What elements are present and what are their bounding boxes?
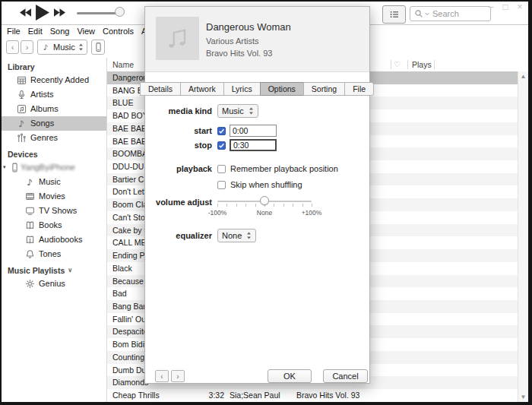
search-field[interactable] bbox=[410, 6, 491, 21]
stepper-carets-icon bbox=[249, 107, 254, 115]
menu-item[interactable]: Controls bbox=[103, 27, 134, 36]
column-header-plays[interactable]: Plays bbox=[412, 60, 432, 69]
media-kind-label: media kind bbox=[145, 106, 212, 115]
skip-shuffle-checkbox[interactable] bbox=[217, 181, 226, 189]
close-button[interactable]: × bbox=[516, 2, 524, 12]
fast-forward-button[interactable] bbox=[54, 8, 65, 17]
column-header-name[interactable]: Name bbox=[112, 60, 134, 69]
dialog-tab[interactable]: Lyrics bbox=[223, 82, 261, 96]
album-art-placeholder bbox=[156, 17, 199, 60]
song-name-cell: Despacito bbox=[112, 327, 148, 336]
genius-icon bbox=[25, 279, 35, 289]
sidebar-item[interactable]: Genres bbox=[2, 131, 106, 145]
phone-icon bbox=[10, 163, 20, 172]
volume-adjust-slider[interactable] bbox=[217, 197, 312, 207]
start-row: start bbox=[145, 125, 369, 137]
search-caret-icon bbox=[425, 12, 429, 16]
sidebar-item[interactable]: ▾ YangByiPhone bbox=[2, 160, 106, 175]
slider-thumb[interactable] bbox=[260, 196, 269, 205]
sidebar-item[interactable]: Albums bbox=[2, 102, 106, 116]
music-note-icon bbox=[164, 25, 192, 52]
sidebar-section-devices: Devices bbox=[2, 147, 106, 160]
forward-button[interactable]: › bbox=[21, 40, 33, 54]
volume-min-label: -100% bbox=[208, 209, 227, 217]
menu-item[interactable]: File bbox=[7, 27, 21, 36]
table-row[interactable]: Cheap Thrills 3:32 Sia;Sean Paul Bravo H… bbox=[107, 389, 518, 402]
scrollbar[interactable]: ▲ ▼ bbox=[518, 71, 528, 402]
minimize-button[interactable]: – bbox=[487, 2, 495, 12]
rewind-button[interactable] bbox=[20, 8, 31, 17]
media-kind-dropdown[interactable]: Music bbox=[217, 104, 258, 118]
volume-slider[interactable] bbox=[77, 6, 130, 20]
sidebar-item[interactable]: Tones bbox=[2, 247, 106, 261]
menu-item[interactable]: Edit bbox=[28, 27, 43, 36]
sidebar-playlist-items: Genius bbox=[2, 277, 106, 291]
song-name-cell: BAE BAE bbox=[112, 124, 147, 133]
disclosure-icon[interactable]: ▾ bbox=[3, 164, 6, 170]
tones-icon bbox=[25, 249, 35, 259]
sidebar-item[interactable]: TV Shows bbox=[2, 204, 106, 218]
equalizer-dropdown[interactable]: None bbox=[217, 229, 256, 242]
volume-scale-labels: -100% None +100% bbox=[217, 209, 312, 217]
albums-icon bbox=[17, 104, 27, 114]
sidebar-item-label: YangByiPhone bbox=[21, 163, 75, 172]
ok-button[interactable]: OK bbox=[268, 369, 312, 383]
sidebar-item[interactable]: Genius bbox=[2, 277, 106, 291]
volume-slider-thumb[interactable] bbox=[115, 7, 125, 17]
sidebar-item[interactable]: Audiobooks bbox=[2, 233, 106, 247]
stop-time-input[interactable] bbox=[230, 139, 277, 151]
dialog-tab[interactable]: Options bbox=[260, 82, 304, 96]
start-checkbox[interactable] bbox=[217, 127, 226, 135]
play-button[interactable] bbox=[36, 5, 49, 21]
cancel-button[interactable]: Cancel bbox=[323, 369, 368, 383]
media-kind-selector[interactable]: Music bbox=[37, 40, 87, 55]
song-name-cell: BAE BAE bbox=[112, 137, 147, 146]
song-time-cell: 3:32 bbox=[192, 391, 224, 400]
movies-icon bbox=[25, 191, 35, 201]
previous-song-button[interactable]: ‹ bbox=[155, 370, 169, 382]
song-name-cell: Bad bbox=[112, 289, 127, 298]
volume-adjust-label: volume adjust bbox=[145, 198, 212, 207]
dialog-header: Dangerous Woman Various Artists Bravo Hi… bbox=[145, 7, 369, 72]
sidebar-item[interactable]: Movies bbox=[2, 189, 106, 204]
column-divider bbox=[434, 60, 435, 69]
dialog-tab[interactable]: Sorting bbox=[303, 82, 345, 96]
sidebar-item-label: Artists bbox=[30, 90, 54, 99]
chevron-down-icon[interactable]: ∨ bbox=[68, 267, 72, 274]
column-header-loved heart-icon[interactable]: ♡ bbox=[394, 60, 401, 68]
sidebar-item[interactable]: Books bbox=[2, 218, 106, 233]
books-icon bbox=[25, 220, 35, 230]
song-album-cell: Bravo Hits Vol. 93 bbox=[296, 391, 359, 400]
sidebar-item-label: Genres bbox=[30, 133, 58, 142]
dialog-tab[interactable]: Details bbox=[140, 82, 181, 96]
scroll-down-icon[interactable]: ▼ bbox=[518, 394, 528, 400]
maximize-button[interactable]: □ bbox=[502, 2, 509, 12]
music-icon bbox=[25, 177, 35, 187]
menu-item[interactable]: Song bbox=[50, 27, 70, 36]
dialog-tab[interactable]: Artwork bbox=[180, 82, 224, 96]
start-time-input[interactable] bbox=[230, 125, 277, 137]
remember-position-checkbox[interactable] bbox=[217, 165, 226, 173]
view-selector-button[interactable] bbox=[382, 5, 406, 24]
sidebar-item-label: TV Shows bbox=[39, 206, 77, 215]
dialog-song-album: Bravo Hits Vol. 93 bbox=[206, 49, 272, 58]
stepper-carets-icon bbox=[78, 43, 84, 51]
sidebar-section-music-playlists: Music Playlists ∨ bbox=[2, 264, 106, 277]
sidebar-item[interactable]: Music bbox=[2, 175, 106, 189]
sidebar-item[interactable]: Artists bbox=[2, 87, 106, 102]
song-name-cell: Diamonds bbox=[112, 378, 148, 387]
sidebar-item[interactable]: Recently Added bbox=[2, 73, 106, 87]
dialog-tab[interactable]: File bbox=[344, 82, 374, 96]
next-song-button[interactable]: › bbox=[171, 370, 185, 382]
device-button[interactable] bbox=[91, 40, 105, 55]
menu-item[interactable]: View bbox=[77, 27, 95, 36]
sidebar-item[interactable]: Songs bbox=[2, 116, 106, 131]
stop-checkbox[interactable] bbox=[217, 141, 226, 150]
back-button[interactable]: ‹ bbox=[6, 40, 19, 54]
sidebar-item-label: Songs bbox=[30, 119, 54, 128]
sidebar-item-label: Books bbox=[39, 220, 62, 229]
search-input[interactable] bbox=[431, 8, 486, 19]
sidebar: Library Recently Added Artists bbox=[2, 58, 107, 402]
scroll-up-icon[interactable]: ▲ bbox=[518, 73, 528, 80]
dialog-song-title: Dangerous Woman bbox=[206, 21, 291, 33]
